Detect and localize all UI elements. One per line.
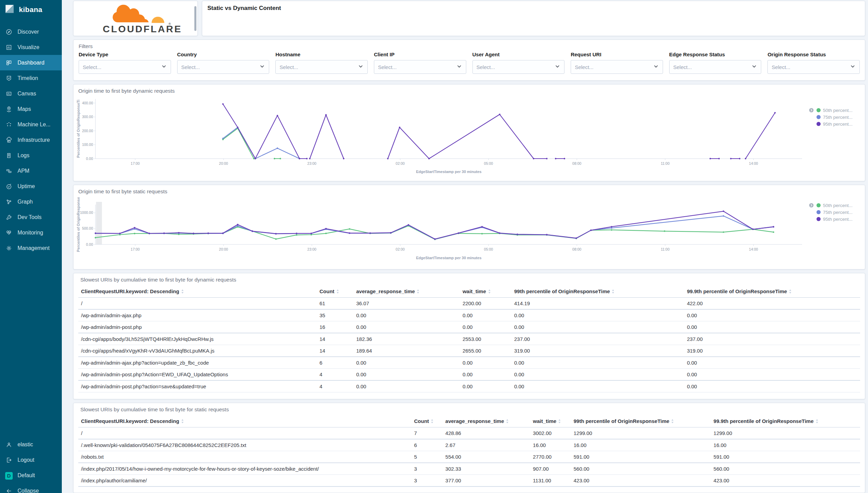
filter-label: Country — [177, 51, 270, 57]
legend-item-50th-percent[interactable]: 50th percent... — [809, 107, 853, 113]
sort-icon[interactable] — [179, 418, 184, 424]
filter-select-request-uri[interactable]: Select... — [571, 60, 663, 74]
sidebar-item-logs[interactable]: Logs — [0, 148, 62, 163]
column-header-count[interactable]: Count — [411, 415, 443, 427]
sidebar-item-canvas[interactable]: Canvas — [0, 86, 62, 101]
filter-select-country[interactable]: Select... — [177, 60, 270, 74]
static_ttfb-plot[interactable]: 0.00500.001000.0017:0020:0023:0002:0005:… — [76, 197, 863, 268]
column-header-99-9th-percentile-of-originresponsetime[interactable]: 99.9th percentile of OriginResponseTime — [684, 285, 860, 298]
table-cell: 319.00 — [684, 345, 860, 357]
partial-bucket-band — [96, 202, 102, 244]
column-header-label: wait_time — [533, 418, 556, 424]
sort-icon[interactable] — [556, 418, 561, 424]
table-row: /wp-admin/admin-ajax.php?action=update_z… — [78, 357, 860, 369]
table-row: /wp-admin/admin-post.php?action=save&upd… — [78, 380, 860, 392]
sort-icon[interactable] — [787, 288, 792, 294]
filter-select-device-type[interactable]: Select... — [79, 60, 171, 74]
sidebar-footer-item-collapse[interactable]: Collapse — [0, 483, 62, 493]
filter-label: Origin Response Status — [767, 51, 860, 57]
table-cell: /cdn-cgi/apps/body/3Lh52SjWTQ4HRlErJykHq… — [78, 333, 317, 345]
chart-legend: 50th percent...75th percent...95th perce… — [809, 202, 853, 222]
sidebar-item-monitoring[interactable]: Monitoring — [0, 225, 62, 240]
collapse-icon — [5, 488, 12, 493]
sidebar-footer-item-default[interactable]: DDefault — [0, 468, 62, 483]
column-header-99th-percentile-of-originresponsetime[interactable]: 99th percentile of OriginResponseTime — [571, 415, 711, 427]
filter-select-edge-response-status[interactable]: Select... — [669, 60, 762, 74]
sidebar-footer-item-logout[interactable]: Logout — [0, 452, 62, 468]
filter-select-client-ip[interactable]: Select... — [374, 60, 466, 74]
filters-row: Device TypeSelect...CountrySelect...Host… — [79, 51, 860, 74]
chart-title: Origin time to first byte dynamic reques… — [76, 87, 862, 96]
sort-icon[interactable] — [669, 418, 674, 424]
sidebar-item-uptime[interactable]: Uptime — [0, 179, 62, 194]
sidebar-item-machine-le[interactable]: Machine Le... — [0, 117, 62, 132]
sidebar-item-apm[interactable]: APM — [0, 163, 62, 179]
column-header-count[interactable]: Count — [317, 285, 353, 298]
sidebar-item-infrastructure[interactable]: Infrastructure — [0, 132, 62, 148]
table-cell: 0.00 — [684, 369, 860, 381]
table-cell: 0.00 — [354, 392, 460, 394]
filter-label: User Agent — [472, 51, 565, 57]
legend-item-75th-percent[interactable]: 75th percent... — [809, 114, 853, 120]
panel-scrollbar[interactable] — [194, 6, 196, 31]
dynamic_ttfb-plot[interactable]: 0.00100.00200.00300.00400.0017:0020:0023… — [76, 96, 863, 180]
table-cell: 16 — [317, 321, 353, 333]
table-cell: 2553.00 — [460, 333, 511, 345]
sidebar-item-label: Graph — [18, 199, 33, 205]
legend-item-95th-percent[interactable]: 95th percent... — [809, 216, 853, 222]
sidebar-item-dashboard[interactable]: Dashboard — [0, 55, 62, 70]
sort-icon[interactable] — [814, 418, 819, 424]
sort-icon[interactable] — [610, 288, 615, 294]
column-header-99th-percentile-of-originresponsetime[interactable]: 99th percentile of OriginResponseTime — [511, 285, 684, 298]
sidebar-item-visualize[interactable]: Visualize — [0, 39, 62, 55]
legend-expand-icon[interactable] — [809, 203, 814, 208]
sort-icon[interactable] — [179, 288, 184, 294]
sidebar-item-label: Logs — [18, 152, 30, 159]
sidebar-footer-label: Collapse — [18, 488, 39, 493]
legend-dot — [816, 210, 821, 214]
sidebar-item-graph[interactable]: Graph — [0, 194, 62, 209]
chart-title: Origin time to first byte static request… — [76, 188, 862, 197]
svg-text:Percentiles of OriginResponse: Percentiles of OriginResponse — [76, 197, 80, 252]
filter-select-hostname[interactable]: Select... — [275, 60, 368, 74]
filter-select-origin-response-status[interactable]: Select... — [767, 60, 860, 74]
kibana-home-link[interactable]: kibana — [0, 0, 62, 19]
sort-icon[interactable] — [429, 418, 434, 424]
sort-icon[interactable] — [415, 288, 420, 294]
legend-item-95th-percent[interactable]: 95th percent... — [809, 121, 853, 127]
sidebar-item-maps[interactable]: Maps — [0, 101, 62, 117]
chevron-down-icon — [751, 64, 757, 71]
sidebar-item-label: Dashboard — [18, 60, 44, 66]
column-header-clientrequesturi-keyword-descending[interactable]: ClientRequestURI.keyword: Descending — [78, 285, 317, 298]
sidebar-item-label: Monitoring — [18, 230, 43, 236]
table-cell: 2655.00 — [460, 345, 511, 357]
sidebar-item-timelion[interactable]: Timelion — [0, 70, 62, 86]
table-header-row: ClientRequestURI.keyword: DescendingCoun… — [78, 285, 860, 298]
slowest_static-table-wrap: ClientRequestURI.keyword: DescendingCoun… — [78, 415, 860, 487]
column-header-clientrequesturi-keyword-descending[interactable]: ClientRequestURI.keyword: Descending — [78, 415, 411, 427]
table-cell: 2770.00 — [530, 451, 571, 463]
sidebar-item-management[interactable]: Management — [0, 240, 62, 256]
column-header-wait-time[interactable]: wait_time — [530, 415, 571, 427]
select-placeholder: Select... — [279, 64, 298, 70]
sidebar-item-dev-tools[interactable]: Dev Tools — [0, 209, 62, 225]
legend-expand-icon[interactable] — [809, 107, 814, 113]
table-cell: 0.00 — [684, 321, 860, 333]
canvas-icon — [5, 90, 12, 97]
sidebar-footer-item-elastic[interactable]: elastic — [0, 437, 62, 452]
legend-item-50th-percent[interactable]: 50th percent... — [809, 202, 853, 208]
filter-select-user-agent[interactable]: Select... — [472, 60, 565, 74]
column-header-wait-time[interactable]: wait_time — [460, 285, 511, 298]
sort-icon[interactable] — [486, 288, 491, 294]
column-header-99-9th-percentile-of-originresponsetime[interactable]: 99.9th percentile of OriginResponseTime — [711, 415, 860, 427]
filter-label: Request URI — [571, 51, 663, 57]
column-header-average-response-time[interactable]: average_response_time — [443, 415, 530, 427]
sidebar-item-discover[interactable]: Discover — [0, 24, 62, 39]
table-row: /wp-admin/admin-ajax.php350.000.000.000.… — [78, 309, 860, 321]
table-cell: / — [78, 427, 411, 439]
column-header-average-response-time[interactable]: average_response_time — [354, 285, 460, 298]
legend-item-75th-percent[interactable]: 75th percent... — [809, 209, 853, 215]
sort-icon[interactable] — [504, 418, 509, 424]
cloudflare-logo: CLOUDFLARE ® — [90, 2, 181, 35]
sort-icon[interactable] — [334, 288, 339, 294]
